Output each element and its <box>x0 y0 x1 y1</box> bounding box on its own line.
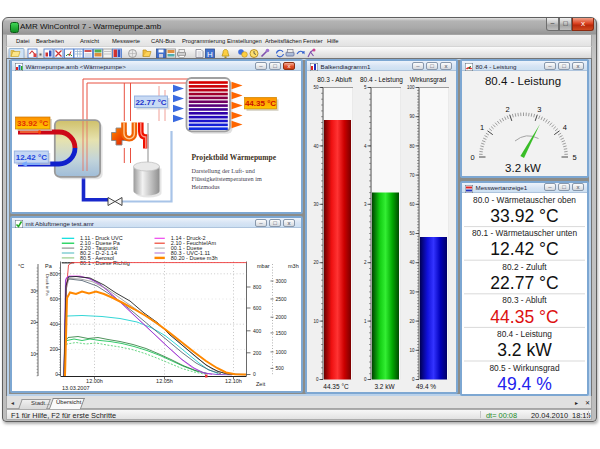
svg-text:80.4 - Leistung: 80.4 - Leistung <box>360 76 403 84</box>
svg-text:3.2 kW: 3.2 kW <box>505 162 541 174</box>
svg-text:3.2 kW: 3.2 kW <box>374 383 395 390</box>
svg-text:3.2 kW: 3.2 kW <box>497 340 552 360</box>
svg-text:Zeit: Zeit <box>256 381 266 387</box>
svg-text:80.4 - Leistung: 80.4 - Leistung <box>485 75 561 87</box>
svg-text:Heizmodus: Heizmodus <box>192 183 221 190</box>
svg-text:800: 800 <box>253 284 262 290</box>
svg-text:3: 3 <box>537 105 541 114</box>
svg-text:0: 0 <box>316 377 319 382</box>
svg-text:2000: 2000 <box>276 314 287 320</box>
svg-text:80.0 - Wärmetauscher oben: 80.0 - Wärmetauscher oben <box>473 194 576 204</box>
svg-text:2500: 2500 <box>276 296 287 302</box>
svg-text:H: H <box>207 49 213 58</box>
svg-text:50: 50 <box>313 85 319 90</box>
svg-text:5: 5 <box>364 85 367 90</box>
svg-text:1000: 1000 <box>276 349 287 355</box>
svg-text:80.2 - Zuluft: 80.2 - Zuluft <box>502 261 547 271</box>
svg-text:100: 100 <box>407 85 415 90</box>
svg-text:44.35 °C: 44.35 °C <box>490 306 558 326</box>
svg-text:600: 600 <box>253 305 262 311</box>
svg-text:0: 0 <box>412 377 415 382</box>
svg-text:80: 80 <box>409 144 415 149</box>
svg-text:80.5 - Wirkunsgrad: 80.5 - Wirkunsgrad <box>489 362 559 372</box>
svg-text:m3h: m3h <box>288 263 299 269</box>
svg-text:500: 500 <box>276 365 285 371</box>
svg-text:33.92 °C: 33.92 °C <box>17 119 48 128</box>
svg-text:1500: 1500 <box>276 330 287 336</box>
svg-text:49.4 %: 49.4 % <box>416 383 436 390</box>
svg-text:40: 40 <box>313 144 319 149</box>
svg-text:12.42 °C: 12.42 °C <box>16 153 47 162</box>
svg-text:44.35 °C: 44.35 °C <box>245 99 276 108</box>
svg-text:5: 5 <box>572 153 576 162</box>
svg-text:80.4 - Leistung: 80.4 - Leistung <box>497 328 552 338</box>
svg-text:400: 400 <box>253 328 262 334</box>
svg-text:200: 200 <box>253 350 262 356</box>
svg-text:200: 200 <box>50 346 59 352</box>
svg-text:12.42 °C: 12.42 °C <box>490 239 558 259</box>
svg-text:0: 0 <box>364 377 367 382</box>
svg-text:70: 70 <box>409 173 415 178</box>
svg-text:80.1 - Wärmetauscher unten: 80.1 - Wärmetauscher unten <box>472 228 578 238</box>
svg-text:4: 4 <box>563 123 567 132</box>
svg-text:20: 20 <box>313 260 319 265</box>
svg-text:Darstellung der Luft- und: Darstellung der Luft- und <box>192 167 256 174</box>
svg-text:80.20 - Duese m3h: 80.20 - Duese m3h <box>171 255 218 261</box>
svg-text:Flüssigkeitstemperaturen im: Flüssigkeitstemperaturen im <box>192 175 262 182</box>
svg-text:13.03.2007: 13.03.2007 <box>62 385 90 391</box>
svg-text:90: 90 <box>409 114 415 119</box>
svg-text:80.3 - Abluft: 80.3 - Abluft <box>502 295 547 305</box>
svg-text:1: 1 <box>364 319 367 324</box>
svg-text:0: 0 <box>470 153 474 162</box>
svg-text:49.4 %: 49.4 % <box>497 373 551 393</box>
svg-text:44.35 °C: 44.35 °C <box>323 383 349 390</box>
svg-text:10: 10 <box>30 351 36 357</box>
svg-text:10: 10 <box>409 348 415 353</box>
svg-text:30: 30 <box>409 290 415 295</box>
svg-text:Druck in Pa: Druck in Pa <box>45 274 50 296</box>
svg-text:10: 10 <box>313 319 319 324</box>
svg-text:30: 30 <box>313 202 319 207</box>
svg-text:33.92 °C: 33.92 °C <box>490 205 558 225</box>
svg-text:30: 30 <box>30 288 36 294</box>
svg-text:1: 1 <box>480 123 484 132</box>
svg-text:600: 600 <box>50 296 59 302</box>
svg-text:°C: °C <box>18 263 24 269</box>
svg-text:40: 40 <box>409 260 415 265</box>
svg-text:2: 2 <box>364 260 367 265</box>
svg-text:400: 400 <box>50 321 59 327</box>
svg-text:Wirkunsgrad: Wirkunsgrad <box>410 76 447 84</box>
svg-text:2: 2 <box>506 105 510 114</box>
svg-text:0: 0 <box>253 371 256 377</box>
svg-text:4: 4 <box>364 144 367 149</box>
svg-text:22.77 °C: 22.77 °C <box>490 272 558 292</box>
svg-text:3: 3 <box>364 202 367 207</box>
svg-text:50: 50 <box>409 231 415 236</box>
svg-text:Projektbild Wärmepumpe: Projektbild Wärmepumpe <box>192 153 277 162</box>
svg-text:22.77 °C: 22.77 °C <box>135 98 166 107</box>
svg-text:20: 20 <box>409 319 415 324</box>
svg-text:3000: 3000 <box>276 278 287 284</box>
svg-text:20: 20 <box>30 319 36 325</box>
svg-text:800: 800 <box>50 271 59 277</box>
svg-text:80.3 - Abluft: 80.3 - Abluft <box>317 76 352 83</box>
svg-text:60: 60 <box>409 202 415 207</box>
